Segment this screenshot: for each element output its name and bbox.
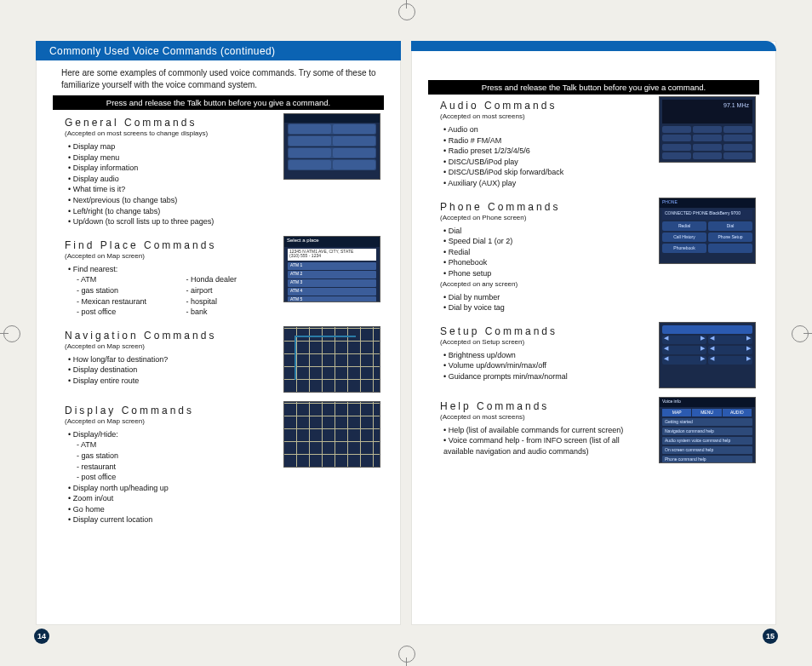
note-find-place: (Accepted on Map screen) — [65, 252, 272, 260]
cmd-item: airport — [186, 285, 272, 296]
cmd-item: Guidance prompts min/max/normal — [443, 371, 647, 382]
cmd-item: DISC/USB/iPod play — [443, 157, 647, 168]
cmd-item: Display map — [68, 141, 272, 152]
list-audio: Audio on Radio # FM/AM Radio preset 1/2/… — [440, 124, 647, 189]
cmd-item: Honda dealer — [186, 274, 272, 285]
cmd-item: Zoom in/out — [68, 493, 272, 504]
cmd-item: restaurant — [77, 462, 272, 473]
note-general: (Accepted on most screens to change disp… — [65, 129, 272, 137]
section-audio: Audio Commands (Accepted on most screens… — [440, 96, 756, 189]
cmd-item: Display north up/heading up — [68, 483, 272, 494]
thumb-voice-info: Voice info MAP MENU AUDIO Getting starte… — [659, 397, 756, 463]
thumb-btn — [708, 244, 752, 253]
list-phone-2: Dial by number Dial by voice tag — [440, 292, 647, 313]
note-display: (Accepted on Map screen) — [65, 417, 272, 425]
note-audio: (Accepted on most screens) — [440, 112, 647, 120]
thumb-item: Phone command help — [662, 456, 752, 463]
crop-mark-top — [393, 0, 419, 26]
section-header-bar: Commonly Used Voice Commands (continued) — [36, 41, 401, 60]
heading-navigation: Navigation Commands — [65, 330, 272, 342]
thumb-header: Select a place — [284, 237, 380, 247]
section-navigation: Navigation Commands (Accepted on Map scr… — [65, 326, 380, 393]
cmd-item: Find nearest: — [68, 264, 272, 275]
heading-help: Help Commands — [440, 400, 647, 412]
section-general-commands: General Commands (Accepted on most scree… — [65, 113, 380, 227]
cmd-item: Auxiliary (AUX) play — [443, 178, 647, 189]
section-header-bar-right — [411, 41, 776, 51]
cmd-item: Dial by voice tag — [443, 302, 647, 313]
list-navigation: How long/far to destination? Display des… — [65, 354, 272, 387]
thumb-item: Audio system voice command help — [662, 437, 752, 445]
cmd-item: hospital — [186, 296, 272, 307]
thumb-row: ATM 3 — [288, 279, 376, 287]
thumb-place-list: Select a place 12345 N ATM1 AVE, CITY, S… — [283, 236, 380, 302]
note-phone-2: (Accepted on any screen) — [440, 280, 647, 288]
intro-text: Here are some examples of commonly used … — [36, 60, 401, 95]
heading-general: General Commands — [65, 117, 272, 129]
cmd-item: gas station — [77, 451, 272, 462]
cmd-item: Dial by number — [443, 292, 647, 303]
section-display: Display Commands (Accepted on Map screen… — [65, 401, 380, 525]
cmd-item: Radio preset 1/2/3/4/5/6 — [443, 146, 647, 157]
cmd-item: post office — [77, 472, 272, 483]
talk-instruction-right: Press and release the Talk button before… — [428, 80, 759, 95]
thumb-row: ATM 4 — [288, 288, 376, 296]
talk-instruction-left: Press and release the Talk button before… — [53, 95, 384, 110]
thumb-radio: 97.1 MHz — [659, 96, 756, 163]
list-find-place: Find nearest: — [65, 264, 272, 275]
page-number-right: 15 — [763, 629, 778, 644]
cmd-item: Display menu — [68, 152, 272, 164]
cmd-item: Display current location — [68, 514, 272, 525]
thumb-btn: Phone Setup — [708, 233, 752, 242]
thumb-phone-menu: PHONE CONNECTED PHONE BlackBerry 9700 Re… — [659, 198, 756, 264]
page-number-left: 14 — [34, 629, 49, 644]
cmd-item: What time is it? — [68, 184, 272, 195]
section-phone: Phone Commands (Accepted on Phone screen… — [440, 198, 756, 313]
cmd-item: Speed Dial 1 (or 2) — [443, 236, 647, 247]
thumb-btn: Dial — [708, 221, 752, 231]
crop-mark-left — [0, 320, 26, 346]
cmd-item: Go home — [68, 504, 272, 515]
note-navigation: (Accepted on Map screen) — [65, 342, 272, 350]
cmd-item: Brightness up/down — [443, 350, 647, 361]
section-help: Help Commands (Accepted on most screens)… — [440, 397, 756, 463]
cmd-item: DISC/USB/iPod skip forward/back — [443, 167, 647, 178]
cmd-item: Display audio — [68, 174, 272, 185]
thumb-tab: AUDIO — [723, 409, 752, 416]
sublist-display: ATM gas station restaurant post office — [65, 439, 272, 482]
thumb-btn: Call History — [662, 233, 706, 242]
heading-setup: Setup Commands — [440, 325, 647, 337]
section-header-title: Commonly Used Voice Commands (continued) — [49, 45, 275, 57]
thumb-row: ATM 5 — [288, 296, 376, 302]
cmd-item: Next/previous (to change tabs) — [73, 196, 178, 204]
cmd-item: bank — [186, 307, 272, 318]
list-general: Display map Display menu Display informa… — [65, 141, 272, 227]
thumb-header: Voice info — [660, 398, 755, 407]
cmd-item: Phonebook — [443, 257, 647, 268]
thumb-item: Getting started — [662, 418, 752, 426]
page-left: Commonly Used Voice Commands (continued)… — [36, 41, 401, 625]
thumb-phone: (310) 555 - 1234 — [289, 253, 321, 258]
cmd-item: Radio # FM/AM — [443, 135, 647, 146]
thumb-btn: Redial — [662, 221, 706, 231]
heading-find-place: Find Place Commands — [65, 239, 272, 251]
cmd-item: post office — [77, 307, 163, 318]
cmd-item: Display destination — [68, 365, 272, 376]
thumb-connected: CONNECTED PHONE BlackBerry 9700 — [662, 210, 752, 220]
section-setup: Setup Commands (Accepted on Setup screen… — [440, 322, 756, 388]
cmd-item: ATM — [77, 274, 163, 285]
cmd-item: Left/right (to change tabs) — [73, 207, 161, 215]
heading-display: Display Commands — [65, 405, 272, 416]
list-display: Display/Hide: — [65, 429, 272, 440]
thumb-row: ATM 2 — [288, 271, 376, 278]
list-phone: Dial Speed Dial 1 (or 2) Redial Phoneboo… — [440, 226, 647, 279]
heading-phone: Phone Commands — [440, 201, 647, 213]
thumb-item: Navigation command help — [662, 428, 752, 435]
cmd-item: Volume up/down/min/max/off — [443, 360, 647, 371]
thumb-destination-menu — [283, 113, 380, 180]
note-help: (Accepted on most screens) — [440, 413, 647, 421]
cmd-item: Dial — [443, 226, 647, 237]
heading-audio: Audio Commands — [440, 100, 647, 112]
cmd-item: Up/down (to scroll lists up to three pag… — [73, 217, 214, 226]
note-phone: (Accepted on Phone screen) — [440, 214, 647, 221]
